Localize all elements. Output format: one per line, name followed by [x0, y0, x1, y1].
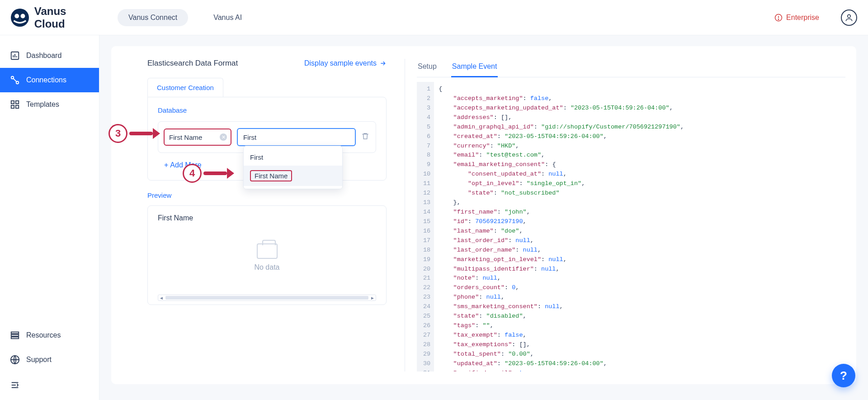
dropdown-option-first-name-label: First Name — [250, 170, 292, 181]
sidebar-item-label: Templates — [26, 100, 59, 109]
preview-empty-state: No data — [158, 222, 376, 293]
sidebar-item-label: Support — [26, 356, 52, 364]
svg-point-5 — [848, 14, 851, 18]
scroll-left-icon[interactable]: ◄ — [159, 295, 164, 300]
no-data-label: No data — [254, 263, 279, 271]
svg-point-1 — [21, 14, 24, 18]
empty-box-icon — [257, 243, 278, 259]
sidebar-collapse-button[interactable] — [0, 372, 99, 400]
nav-vanus-ai[interactable]: Vanus AI — [203, 9, 253, 26]
delete-row-button[interactable] — [361, 132, 370, 142]
brand-name: Vanus Cloud — [34, 5, 99, 30]
brand[interactable]: Vanus Cloud — [11, 5, 99, 30]
scroll-thumb[interactable] — [165, 296, 368, 300]
code-gutter: 1 2 3 4 5 6 7 8 9 10 11 12 13 14 15 16 1… — [417, 82, 434, 371]
connections-icon — [10, 75, 20, 85]
sidebar-item-resources[interactable]: Resources — [0, 323, 99, 348]
right-tabs: Setup Sample Event — [417, 59, 845, 77]
svg-rect-11 — [11, 105, 14, 108]
sidebar-item-dashboard[interactable]: Dashboard — [0, 43, 99, 68]
annotation-arrow-icon — [203, 170, 233, 176]
annotation-step-3: 3 — [108, 124, 159, 143]
scroll-right-icon[interactable]: ► — [370, 295, 375, 300]
main-card: Elasticsearch Data Format Display sample… — [111, 46, 856, 384]
alert-circle-icon — [774, 14, 783, 22]
help-fab[interactable]: ? — [832, 364, 855, 387]
enterprise-label: Enterprise — [786, 14, 819, 22]
templates-icon — [10, 100, 20, 110]
dashboard-icon — [10, 51, 20, 61]
field-suggestion-dropdown: First First Name — [243, 146, 343, 189]
dropdown-option-first-name[interactable]: First Name — [244, 166, 342, 186]
subtab-customer-creation[interactable]: Customer Creation — [147, 78, 223, 97]
sidebar-item-templates[interactable]: Templates — [0, 92, 99, 117]
plus-icon: + — [164, 161, 168, 169]
svg-rect-13 — [11, 332, 19, 334]
enterprise-link[interactable]: Enterprise — [774, 14, 819, 22]
clear-field-key-icon[interactable]: ✕ — [220, 133, 227, 141]
field-key-input[interactable]: First Name ✕ — [164, 129, 231, 146]
sidebar-item-connections[interactable]: Connections — [0, 68, 99, 92]
support-icon — [10, 355, 20, 365]
sidebar-item-support[interactable]: Support — [0, 348, 99, 372]
dropdown-option-first[interactable]: First — [244, 149, 342, 166]
sidebar-item-label: Resources — [26, 331, 61, 339]
arrow-right-icon — [379, 60, 387, 67]
annotation-step-4: 4 — [183, 164, 233, 183]
sidebar-item-label: Dashboard — [26, 52, 61, 60]
svg-rect-15 — [11, 337, 19, 339]
user-icon — [844, 13, 854, 22]
preview-label: Preview — [147, 191, 387, 199]
tab-sample-event[interactable]: Sample Event — [451, 59, 498, 77]
tab-setup[interactable]: Setup — [417, 59, 438, 77]
top-nav: Vanus Connect Vanus AI — [118, 9, 253, 26]
resources-icon — [10, 330, 20, 340]
format-title: Elasticsearch Data Format — [147, 59, 238, 68]
sample-event-viewer: 1 2 3 4 5 6 7 8 9 10 11 12 13 14 15 16 1… — [417, 82, 845, 371]
preview-horizontal-scrollbar[interactable]: ◄ ► — [158, 295, 376, 301]
field-key-value: First Name — [169, 133, 202, 141]
annotation-circle-3: 3 — [108, 124, 127, 143]
code-body[interactable]: { "accepts_marketing": false, "accepts_m… — [434, 82, 689, 371]
brand-logo-icon — [11, 9, 29, 27]
display-sample-events-link[interactable]: Display sample events — [304, 59, 387, 67]
nav-vanus-connect[interactable]: Vanus Connect — [118, 9, 188, 26]
sidebar-item-label: Connections — [26, 76, 66, 84]
svg-rect-10 — [16, 101, 19, 104]
annotation-arrow-icon — [129, 130, 159, 137]
annotation-circle-4: 4 — [183, 164, 202, 183]
preview-column-header: First Name — [158, 214, 376, 222]
left-pane: Elasticsearch Data Format Display sample… — [111, 59, 405, 371]
svg-rect-14 — [11, 334, 19, 336]
user-avatar[interactable] — [841, 10, 857, 26]
svg-rect-9 — [11, 101, 14, 104]
svg-point-4 — [778, 19, 779, 20]
field-value-input[interactable] — [237, 128, 356, 146]
sample-link-label: Display sample events — [304, 59, 377, 67]
database-label: Database — [158, 106, 376, 114]
help-icon: ? — [840, 369, 847, 383]
svg-point-0 — [15, 14, 19, 18]
trash-icon — [361, 132, 369, 140]
right-pane: Setup Sample Event 1 2 3 4 5 6 7 8 9 10 … — [405, 59, 856, 371]
sidebar: Dashboard Connections Templates Resource… — [0, 35, 99, 400]
svg-rect-12 — [16, 105, 19, 108]
topbar: Vanus Cloud Vanus Connect Vanus AI Enter… — [0, 0, 868, 35]
preview-panel: First Name No data ◄ ► — [147, 205, 387, 305]
content: Elasticsearch Data Format Display sample… — [99, 35, 868, 400]
collapse-icon — [10, 380, 20, 390]
